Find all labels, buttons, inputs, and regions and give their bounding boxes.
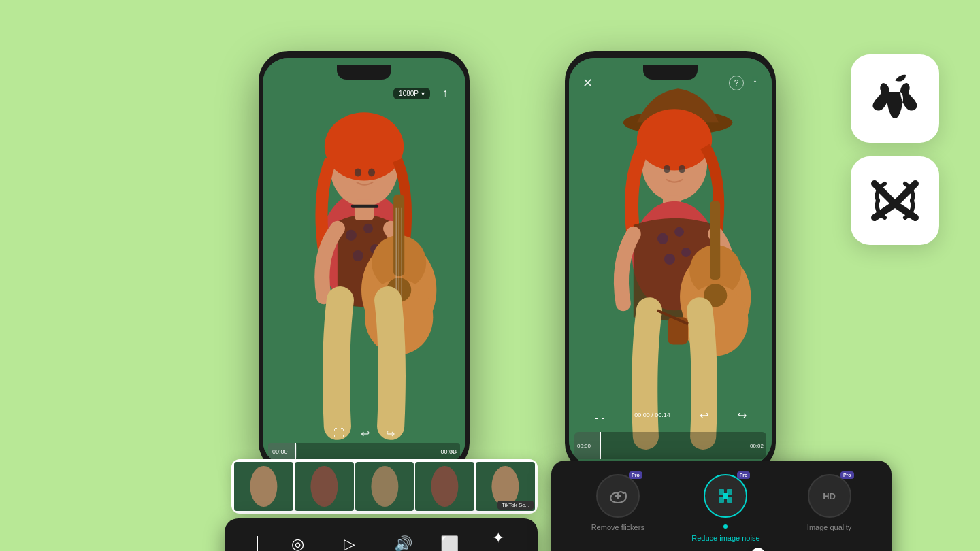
active-dot-noise (723, 524, 728, 529)
timeline-right: 00:00 00:02 (574, 432, 766, 459)
svg-point-27 (431, 466, 459, 507)
timeline-thumb-4 (415, 462, 474, 511)
split-icon: ⏐ (253, 535, 261, 551)
resolution-chevron: ▾ (421, 90, 425, 97)
girl-illustration-left (263, 58, 466, 466)
svg-point-7 (325, 112, 404, 180)
delete-icon: ⬜ (440, 535, 459, 551)
enhance-option-reduce-noise[interactable]: Pro Reduce image noise (691, 474, 760, 542)
noise-icon (716, 486, 735, 505)
right-bottom-controls: ⛶ 00:00 / 00:14 ↩ ↪ (569, 401, 772, 429)
undo-icon-right[interactable]: ↩ (700, 409, 708, 422)
toolbar-delete[interactable]: ⬜ Delete (439, 535, 461, 551)
pro-badge-quality: Pro (840, 471, 854, 479)
flickers-label: Remove flickers (591, 523, 644, 531)
toolbar-speed[interactable]: ◎ Speed (287, 535, 308, 551)
expand-icon-bottom-right[interactable]: ⛶ (594, 409, 605, 421)
toolbar-animations[interactable]: ▷ Animations (331, 535, 368, 551)
animations-icon: ▷ (344, 535, 355, 551)
hd-label-icon: HD (823, 491, 836, 501)
expand-icon-left[interactable]: ⛶ (333, 427, 344, 440)
phone-screen-right: ✕ ? ↑ (569, 58, 772, 466)
capcut-app-icon[interactable] (851, 156, 939, 245)
timeline-bar-left: 01 (268, 443, 460, 459)
phone-top-bar-left: 1080P ▾ ↑ (263, 80, 466, 107)
phone-content-left (263, 58, 466, 466)
svg-point-33 (637, 109, 712, 170)
tiktok-badge: TikTok Sc... (497, 501, 534, 510)
timeline-strip[interactable]: TikTok Sc... (231, 459, 538, 514)
svg-rect-52 (710, 201, 720, 280)
svg-rect-11 (351, 205, 378, 208)
undo-icon-left[interactable]: ↩ (361, 427, 370, 440)
svg-point-9 (368, 169, 375, 177)
enhance-circle-flickers: Pro (596, 474, 640, 518)
upload-button-left[interactable]: ↑ (436, 84, 455, 103)
svg-point-25 (371, 466, 398, 507)
enhance-panel: Pro Remove flickers Pro (551, 461, 892, 551)
svg-point-34 (664, 165, 670, 173)
phone-screen-left: 1080P ▾ ↑ (263, 58, 466, 466)
apple-logo (868, 68, 922, 129)
toolbar-volume[interactable]: 🔊 Volume (391, 535, 416, 551)
phone-frame-left: 1080P ▾ ↑ (259, 51, 470, 473)
phone-right: ✕ ? ↑ (565, 51, 776, 473)
enhance-option-image-quality[interactable]: Pro HD Image quality (807, 474, 851, 542)
resolution-badge[interactable]: 1080P ▾ (393, 88, 430, 99)
quality-label: Image quality (807, 523, 851, 531)
apple-app-store-icon[interactable] (851, 54, 939, 143)
redo-icon-left[interactable]: ↪ (386, 427, 395, 440)
time-display-right-bottom: 00:00 / 00:14 (634, 412, 670, 418)
enhance-options: Pro Remove flickers Pro (568, 474, 875, 542)
enhance-circle-noise: Pro (704, 474, 747, 518)
toolbar-enhance-voice[interactable]: ✦ Enhancevoice (483, 529, 512, 551)
phone-notch-left (337, 65, 391, 80)
svg-rect-61 (723, 493, 728, 499)
svg-point-8 (355, 169, 361, 177)
capcut-logo (864, 170, 926, 231)
help-icon-right[interactable]: ? (729, 76, 744, 90)
enhance-circle-quality: Pro HD (808, 474, 851, 518)
toolbar-left: ⏐ Split ◎ Speed ▷ Animations 🔊 Volume ⬜ … (225, 518, 538, 551)
toolbar-split[interactable]: ⏐ Split (250, 535, 264, 551)
enhance-voice-icon: ✦ (492, 529, 504, 547)
volume-icon: 🔊 (394, 535, 412, 551)
svg-point-21 (250, 466, 277, 507)
redo-icon-right[interactable]: ↪ (738, 409, 747, 422)
timeline-thumb-2 (295, 462, 354, 511)
app-icons (851, 54, 939, 245)
resolution-text: 1080P (399, 90, 419, 97)
svg-point-23 (310, 466, 338, 507)
svg-rect-10 (355, 200, 374, 220)
timeline-thumb-1 (234, 462, 293, 511)
phone-frame-right: ✕ ? ↑ (565, 51, 776, 473)
flickers-icon (608, 486, 627, 505)
noise-label: Reduce image noise (691, 534, 760, 542)
time-left: 00:00 (272, 448, 288, 455)
svg-point-35 (679, 165, 685, 173)
timeline-thumb-3 (355, 462, 414, 511)
upload-icon-right[interactable]: ↑ (752, 76, 758, 90)
main-background: 1080P ▾ ↑ (0, 0, 980, 551)
enhance-option-remove-flickers[interactable]: Pro Remove flickers (591, 474, 644, 542)
close-icon-right[interactable]: ✕ (583, 76, 593, 90)
pro-badge-flickers: Pro (629, 471, 642, 479)
phone-left: 1080P ▾ ↑ (259, 51, 470, 473)
pro-badge-noise: Pro (737, 471, 751, 479)
slider-thumb[interactable] (751, 548, 765, 551)
time-right-left: 00:02 (440, 448, 456, 455)
speed-icon: ◎ (291, 535, 304, 551)
phone-top-bar-right: ✕ ? ↑ (569, 66, 772, 100)
